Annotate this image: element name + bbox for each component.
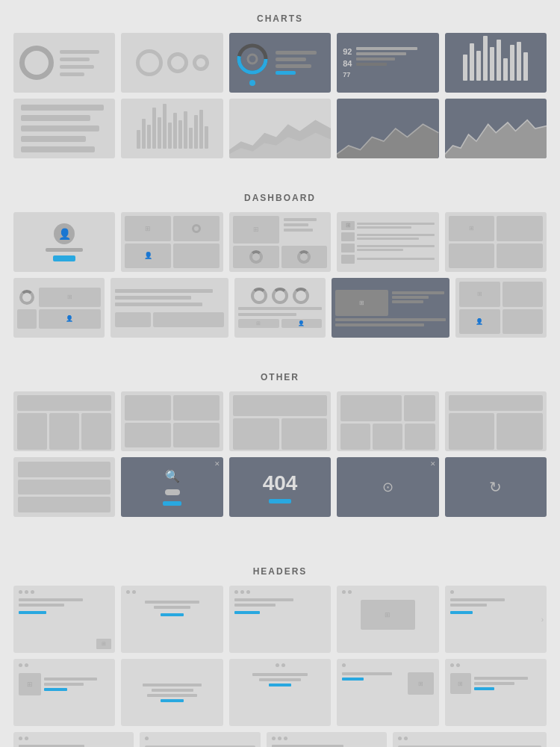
sg-cell-2 [497, 216, 543, 241]
cc-img: ⊞ [39, 288, 101, 307]
lc5-left [449, 413, 495, 450]
sg-cell-4 [497, 244, 543, 269]
h4-dot2 [348, 590, 352, 594]
bar-chart [132, 105, 213, 153]
lc1-col1 [17, 413, 47, 450]
dash-list-card[interactable]: ⊞ [337, 212, 438, 272]
h8-blue [269, 684, 292, 686]
other-reload-card[interactable]: ↻ [445, 457, 547, 517]
dash-profile-card[interactable]: 👤 [13, 212, 115, 272]
search-bar [165, 489, 180, 495]
header-card-9[interactable]: ⊞ [337, 659, 438, 726]
sg-cell-1: ⊞ [449, 216, 495, 241]
sb-row1 [18, 462, 111, 477]
multi-donut [130, 43, 215, 82]
header-card-14[interactable]: ⊞ [393, 732, 547, 747]
h8-dot2 [281, 663, 285, 667]
dash-small-profile[interactable]: ⊞ 👤 [455, 278, 547, 338]
lc4-main [340, 395, 402, 421]
h14-dot2 [404, 737, 408, 740]
sp-person: 👤 [459, 309, 500, 335]
search-icon: 🔍 [165, 469, 180, 483]
dash-small-grid[interactable]: ⊞ [445, 212, 547, 272]
chart-card-area-dark[interactable] [337, 99, 438, 158]
h11-dot1 [19, 737, 22, 740]
svg-marker-5 [337, 124, 438, 158]
grid-cell-3: 👤 [125, 244, 171, 269]
dash-circles-card[interactable]: ⊞ 👤 [13, 278, 105, 338]
sp-bar1 [503, 282, 543, 307]
chart-card-numbers[interactable]: 92 84 77 [337, 33, 438, 93]
layout-card-2[interactable] [121, 391, 223, 451]
header-card-11[interactable] [13, 732, 134, 747]
charts-row-1: 92 84 77 [0, 33, 560, 93]
dashboard-row-1: 👤 ⊞ 👤 ⊞ [0, 212, 560, 272]
layout-card-4[interactable] [337, 391, 438, 451]
header-card-1[interactable]: ⊞ [13, 586, 115, 653]
header-card-7[interactable] [121, 659, 223, 726]
cc-bar1 [17, 309, 37, 329]
avatar: 👤 [54, 223, 75, 244]
lc2-cell1 [125, 395, 171, 421]
sb-row2 [18, 480, 111, 495]
name-line [46, 248, 83, 252]
progress-lines [281, 216, 328, 244]
svg-marker-6 [445, 120, 547, 158]
h12-dot1 [145, 737, 149, 740]
chart-card-area-light[interactable] [229, 99, 331, 158]
chart-card-multi-donut[interactable] [121, 33, 223, 93]
chart-card-donut-light[interactable] [13, 33, 115, 93]
header-card-4[interactable]: ⊞ [337, 586, 438, 653]
dashboard-title: DASHBOARD [0, 179, 560, 212]
profile-button[interactable] [53, 255, 75, 261]
search-button[interactable] [163, 501, 181, 506]
chart-card-bars-light[interactable] [121, 99, 223, 158]
header-card-3[interactable] [229, 586, 331, 653]
dash-dark-wide[interactable]: ⊞ [332, 278, 449, 338]
gauge-dot [249, 80, 255, 86]
other-download-card[interactable]: ✕ ⊙ [337, 457, 438, 517]
lc3-left [233, 418, 279, 450]
chart-card-hbars[interactable] [13, 99, 115, 158]
lc5-right [497, 413, 543, 450]
layout-card-3[interactable] [229, 391, 331, 451]
dash-three-circles[interactable]: ⊞ 👤 [234, 278, 326, 338]
header-card-5[interactable]: › [445, 586, 547, 653]
lc1-col2 [49, 413, 79, 450]
reload-icon[interactable]: ↻ [489, 478, 502, 496]
headers-row-2: ⊞ [0, 659, 560, 726]
header-card-13[interactable] [267, 732, 387, 747]
dash-wide-lines[interactable] [111, 278, 228, 338]
close-icon-2[interactable]: ✕ [430, 460, 436, 468]
layout-card-1[interactable] [13, 391, 115, 451]
header-card-2[interactable] [121, 586, 223, 653]
chart-card-area-peaks[interactable] [445, 99, 547, 158]
header-card-12[interactable]: ⊞ [140, 732, 260, 747]
chevron-right-icon: › [541, 616, 544, 624]
h2-line2 [154, 606, 190, 609]
h14-dot1 [398, 737, 402, 740]
error-button[interactable] [269, 499, 291, 503]
tc-circle-2 [272, 288, 288, 304]
chart-card-gauge-dark[interactable] [229, 33, 331, 93]
h2-line1 [145, 601, 199, 604]
list-row-1: ⊞ [341, 221, 434, 230]
other-404-card[interactable]: 404 [229, 457, 331, 517]
section-other: OTHER [0, 359, 560, 517]
header-card-6[interactable]: ⊞ [13, 659, 115, 726]
chart-card-vbars[interactable] [445, 33, 547, 93]
header-card-8[interactable] [229, 659, 331, 726]
other-search-card[interactable]: ✕ 🔍 [121, 457, 223, 517]
h1-dot3 [31, 590, 34, 594]
other-stacked-bars[interactable] [13, 457, 115, 517]
close-icon[interactable]: ✕ [214, 460, 220, 468]
dw-img: ⊞ [335, 290, 388, 316]
layout-card-5[interactable] [445, 391, 547, 451]
dash-grid-card-1[interactable]: ⊞ 👤 [121, 212, 223, 272]
header-card-10[interactable]: ⊞ [445, 659, 547, 726]
donut-circle [19, 46, 54, 80]
lc4-b2 [373, 424, 402, 450]
download-icon: ⊙ [382, 479, 393, 495]
dash-progress-card[interactable]: ⊞ [229, 212, 331, 272]
h11-dot2 [25, 737, 28, 740]
